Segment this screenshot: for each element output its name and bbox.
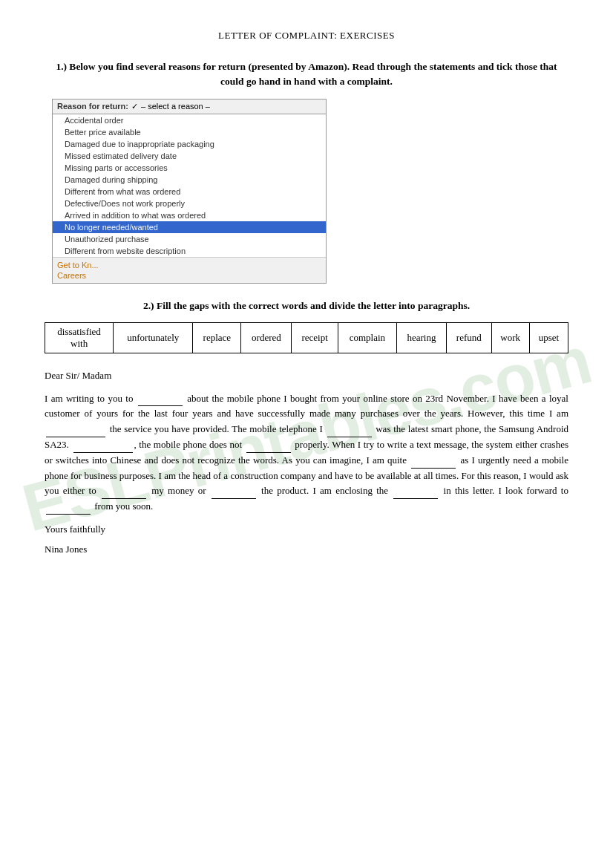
- blank-4: [73, 443, 133, 453]
- letter-paragraph: I am writing to you to about the mobile …: [45, 391, 568, 515]
- careers-link: Careers: [57, 271, 321, 280]
- blank-9: [393, 489, 438, 499]
- exercise-2-label: 2.) Fill the gaps with the correct words…: [45, 298, 568, 313]
- dropdown-item: Missed estimated delivery date: [53, 150, 326, 162]
- word-cell: receipt: [292, 322, 338, 353]
- blank-6: [411, 458, 456, 469]
- word-cell: ordered: [241, 322, 292, 353]
- dropdown-body: Accidental order Better price available …: [53, 114, 326, 257]
- exercise-1-label: 1.) Below you find several reasons for r…: [45, 59, 568, 90]
- dropdown-item: Arrived in addition to what was ordered: [53, 209, 326, 221]
- exercise-2: 2.) Fill the gaps with the correct words…: [45, 298, 568, 353]
- word-bank-table: dissatisfiedwith unfortunately replace o…: [45, 322, 568, 353]
- dropdown-item: Different from website description: [53, 245, 326, 257]
- dropdown-footer: Get to Kn... Careers: [53, 257, 326, 283]
- letter-salutation: Dear Sir/ Madam: [45, 368, 568, 384]
- dropdown-header: Reason for return: ✓ – select a reason –: [53, 99, 326, 114]
- word-cell: dissatisfiedwith: [45, 322, 114, 353]
- blank-3: [327, 427, 372, 437]
- blank-10: [46, 504, 91, 515]
- dropdown-item: Defective/Does not work properly: [53, 198, 326, 209]
- word-cell: work: [491, 322, 529, 353]
- dropdown-item: Damaged due to inappropriate packaging: [53, 138, 326, 150]
- dropdown-item-selected: No longer needed/wanted: [53, 221, 326, 233]
- letter-closing: Yours faithfully: [45, 522, 568, 538]
- dropdown-select-label: – select a reason –: [141, 102, 210, 111]
- amazon-dropdown: Reason for return: ✓ – select a reason –…: [52, 99, 327, 284]
- letter-body: Dear Sir/ Madam I am writing to you to a…: [45, 368, 568, 558]
- dropdown-item: Unauthorized purchase: [53, 233, 326, 245]
- word-cell: complain: [338, 322, 396, 353]
- dropdown-item: Damaged during shipping: [53, 174, 326, 186]
- dropdown-reason-label: Reason for return:: [57, 102, 128, 111]
- blank-7: [102, 489, 146, 499]
- blank-2: [46, 427, 105, 437]
- word-cell: unfortunately: [114, 322, 193, 353]
- dropdown-item: Missing parts or accessories: [53, 162, 326, 174]
- blank-8: [212, 489, 256, 499]
- dropdown-item: Accidental order: [53, 114, 326, 126]
- word-bank-row: dissatisfiedwith unfortunately replace o…: [45, 322, 568, 353]
- letter-signature: Nina Jones: [45, 542, 568, 558]
- word-cell: upset: [529, 322, 568, 353]
- blank-1: [138, 396, 183, 406]
- word-cell: hearing: [396, 322, 446, 353]
- exercise-1: 1.) Below you find several reasons for r…: [45, 59, 568, 284]
- dropdown-item: Different from what was ordered: [53, 186, 326, 198]
- word-cell: refund: [447, 322, 492, 353]
- page-title: LETTER OF COMPLAINT: EXERCISES: [45, 30, 568, 42]
- dropdown-item: Better price available: [53, 126, 326, 138]
- word-cell: replace: [193, 322, 241, 353]
- get-to-know-link: Get to Kn...: [57, 261, 321, 270]
- blank-5: [246, 443, 291, 453]
